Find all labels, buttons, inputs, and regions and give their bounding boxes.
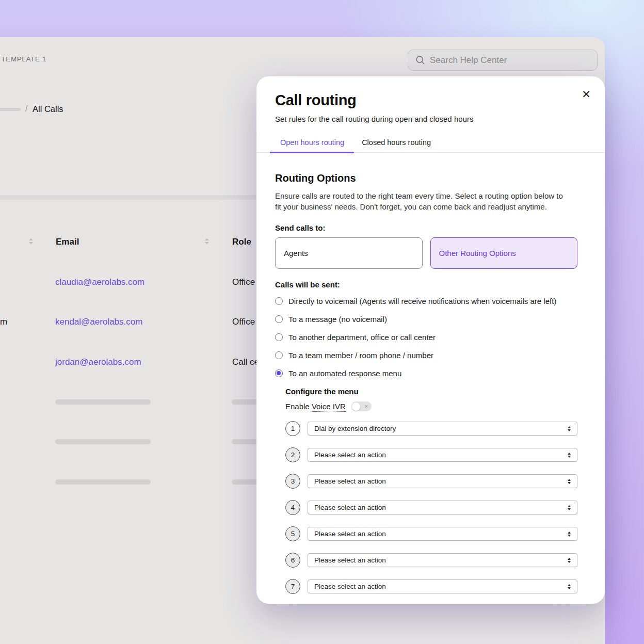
breadcrumb-template: / TEMPLATE 1 [0, 55, 46, 63]
breadcrumb-skeleton [0, 108, 21, 111]
step-number: 2 [285, 447, 300, 462]
email-link[interactable]: jordan@aerolabs.com [55, 357, 141, 367]
radio-team-member[interactable]: To a team member / room phone / number [275, 351, 577, 360]
toggle-knob [352, 403, 360, 411]
search-input[interactable] [430, 55, 590, 66]
select-arrows-icon [568, 453, 571, 458]
section-description: Ensure calls are routed to the right tea… [275, 190, 567, 212]
email-link[interactable]: claudia@aerolabs.com [55, 277, 144, 287]
step-number: 3 [285, 474, 300, 489]
radio-icon [275, 297, 283, 305]
action-select-1[interactable]: Dial by extension directory [308, 422, 577, 436]
toggle-off-icon: ✕ [364, 404, 368, 409]
role-cell: Office [232, 277, 255, 287]
select-arrows-icon [568, 558, 571, 563]
modal-title: Call routing [275, 92, 586, 109]
truncated-cell-fragment: m [0, 317, 7, 327]
section-heading: Routing Options [275, 172, 577, 184]
call-routing-modal: ✕ Call routing Set rules for the call ro… [256, 76, 605, 604]
radio-icon [275, 333, 283, 341]
radio-icon-checked [275, 369, 283, 377]
menu-action-list: 1 Dial by extension directory 2 Please s… [285, 421, 577, 594]
voice-ivr-term: Voice IVR [312, 402, 346, 412]
select-arrows-icon [568, 426, 571, 431]
radio-icon [275, 351, 283, 359]
radio-to-a-message[interactable]: To a message (no voicemail) [275, 315, 577, 324]
action-select-5[interactable]: Please select an action [308, 527, 577, 541]
action-select-6[interactable]: Please select an action [308, 553, 577, 567]
radio-icon [275, 315, 283, 323]
row-skeleton [55, 399, 151, 405]
menu-row-3: 3 Please select an action [285, 474, 577, 489]
tab-closed-hours-routing[interactable]: Closed hours routing [357, 135, 436, 152]
calls-sent-label: Calls will be sent: [275, 280, 577, 289]
tab-open-hours-routing[interactable]: Open hours routing [275, 135, 349, 152]
voice-ivr-toggle[interactable]: ✕ [351, 401, 372, 411]
step-number: 6 [285, 553, 300, 568]
sort-icon[interactable] [205, 238, 209, 244]
row-skeleton [55, 439, 151, 444]
action-select-4[interactable]: Please select an action [308, 501, 577, 514]
menu-row-4: 4 Please select an action [285, 500, 577, 515]
configure-menu-heading: Configure the menu [285, 387, 577, 396]
close-icon[interactable]: ✕ [579, 87, 593, 101]
radio-another-department[interactable]: To another department, office or call ce… [275, 333, 577, 342]
step-number: 4 [285, 500, 300, 515]
step-number: 5 [285, 526, 300, 541]
step-number: 7 [285, 579, 300, 594]
select-arrows-icon [568, 479, 571, 484]
radio-automated-response-menu[interactable]: To an automated response menu [275, 369, 577, 378]
sort-icon[interactable] [29, 238, 33, 244]
menu-row-5: 5 Please select an action [285, 526, 577, 541]
routing-tabs: Open hours routing Closed hours routing [256, 135, 605, 153]
menu-row-7: 7 Please select an action [285, 579, 577, 594]
search-icon [415, 55, 425, 65]
row-skeleton [55, 479, 151, 485]
email-link[interactable]: kendal@aerolabs.com [55, 317, 142, 327]
enable-voice-ivr-label: Enable Voice IVR [285, 402, 346, 411]
radio-directly-to-voicemail[interactable]: Directly to voicemail (Agents will recei… [275, 297, 577, 305]
modal-subtitle: Set rules for the call routing during op… [275, 115, 586, 123]
step-number: 1 [285, 421, 300, 436]
menu-row-6: 6 Please select an action [285, 553, 577, 568]
action-select-3[interactable]: Please select an action [308, 474, 577, 488]
select-arrows-icon [568, 505, 571, 510]
menu-row-1: 1 Dial by extension directory [285, 421, 577, 436]
option-other-routing-button[interactable]: Other Routing Options [430, 237, 578, 269]
column-header-role: Role [232, 237, 251, 247]
select-arrows-icon [568, 532, 571, 537]
send-calls-options: Agents Other Routing Options [275, 237, 577, 269]
send-calls-label: Send calls to: [275, 223, 577, 232]
option-agents-button[interactable]: Agents [275, 237, 423, 269]
breadcrumb-separator: / [25, 104, 27, 114]
role-cell: Call ce [232, 357, 259, 367]
role-cell: Office [232, 317, 255, 327]
menu-row-2: 2 Please select an action [285, 447, 577, 462]
action-select-2[interactable]: Please select an action [308, 448, 577, 462]
breadcrumb-current: All Calls [33, 104, 63, 114]
configure-menu-section: Configure the menu Enable Voice IVR ✕ 1 [285, 387, 577, 594]
calls-sent-radio-group: Directly to voicemail (Agents will recei… [275, 297, 577, 378]
column-header-email: Email [56, 237, 79, 247]
help-center-search[interactable] [408, 50, 598, 71]
desktop-background: / TEMPLATE 1 / All Calls Email Role m cl… [0, 0, 644, 644]
action-select-7[interactable]: Please select an action [308, 579, 577, 593]
enable-voice-ivr-row: Enable Voice IVR ✕ [285, 401, 577, 411]
select-arrows-icon [568, 584, 571, 589]
